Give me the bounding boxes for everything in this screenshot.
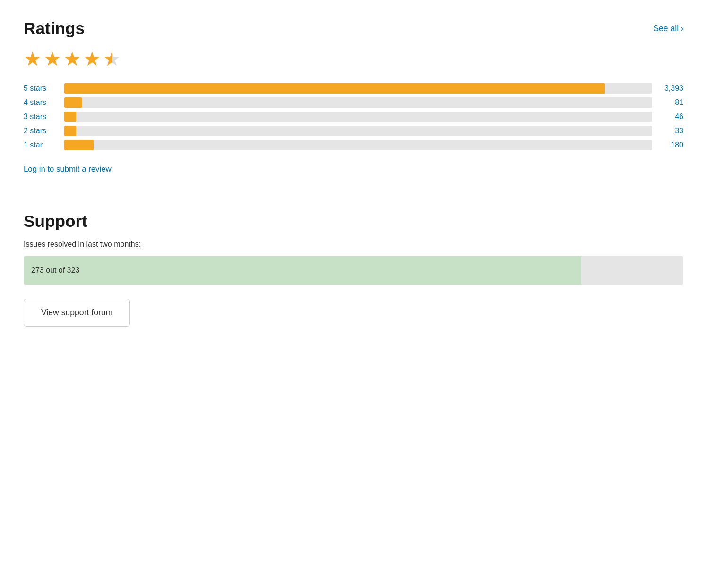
star-half — [103, 49, 121, 69]
ratings-title: Ratings — [24, 19, 85, 38]
resolution-fill: 273 out of 323 — [24, 256, 581, 285]
bar-track-0 — [64, 83, 652, 94]
rating-row: 4 stars81 — [24, 97, 683, 108]
bar-fill-3 — [64, 126, 76, 136]
bar-track-1 — [64, 97, 652, 108]
bar-track-4 — [64, 140, 652, 150]
bar-fill-1 — [64, 97, 82, 108]
star-4: ★ — [83, 49, 101, 69]
rating-count-3: 33 — [660, 127, 683, 135]
rating-row: 2 stars33 — [24, 126, 683, 136]
rating-row: 3 stars46 — [24, 112, 683, 122]
bar-fill-0 — [64, 83, 605, 94]
stars-container: ★ ★ ★ ★ — [24, 49, 683, 69]
support-title: Support — [24, 212, 683, 231]
rating-label-0[interactable]: 5 stars — [24, 84, 57, 93]
rating-count-2: 46 — [660, 112, 683, 121]
rating-count-0: 3,393 — [660, 84, 683, 93]
log-in-link[interactable]: Log in to submit a review. — [24, 164, 113, 174]
view-support-forum-button[interactable]: View support forum — [24, 299, 130, 327]
bar-fill-2 — [64, 112, 76, 122]
rating-label-4[interactable]: 1 star — [24, 141, 57, 149]
ratings-header: Ratings See all › — [24, 19, 683, 38]
rating-label-2[interactable]: 3 stars — [24, 112, 57, 121]
star-3: ★ — [63, 49, 81, 69]
star-1: ★ — [24, 49, 42, 69]
rating-count-4: 180 — [660, 141, 683, 149]
resolution-text: 273 out of 323 — [31, 266, 79, 275]
rating-bars: 5 stars3,3934 stars813 stars462 stars331… — [24, 83, 683, 150]
resolution-track: 273 out of 323 — [24, 256, 683, 285]
rating-row: 5 stars3,393 — [24, 83, 683, 94]
see-all-link[interactable]: See all › — [653, 24, 683, 34]
see-all-label: See all — [653, 24, 679, 34]
star-2: ★ — [43, 49, 61, 69]
rating-count-1: 81 — [660, 98, 683, 107]
issues-label: Issues resolved in last two months: — [24, 240, 683, 249]
rating-row: 1 star180 — [24, 140, 683, 150]
bar-fill-4 — [64, 140, 94, 150]
rating-label-1[interactable]: 4 stars — [24, 98, 57, 107]
see-all-chevron: › — [681, 24, 683, 34]
support-section: Support Issues resolved in last two mont… — [24, 212, 683, 327]
bar-track-2 — [64, 112, 652, 122]
rating-label-3[interactable]: 2 stars — [24, 127, 57, 135]
bar-track-3 — [64, 126, 652, 136]
